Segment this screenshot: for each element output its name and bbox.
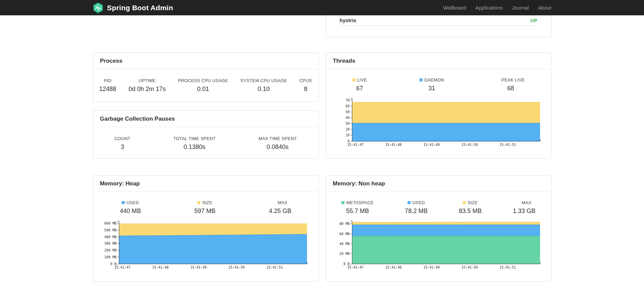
heap-legend: USED 440 MB SIZE 597 MB MAX 4 [93, 192, 318, 215]
stat-pid: PID 12488 [99, 78, 116, 93]
process-stats: PID 12488 UPTIME 0d 0h 2m 17s PROCESS CP… [93, 69, 318, 93]
application-status-card: hystrix UP [326, 15, 552, 37]
threads-area-chart: 01020304050607015:41:4715:41:4815:41:491… [333, 96, 545, 148]
stat-gc-total-time: TOTAL TIME SPENT 0.1380s [173, 136, 216, 151]
svg-text:10: 10 [345, 133, 349, 137]
legend-label: SIZE [194, 200, 215, 205]
svg-text:15:41:51: 15:41:51 [499, 265, 516, 269]
svg-text:400 MB: 400 MB [104, 235, 117, 239]
legend-label: USED [120, 200, 141, 205]
legend-value: 83.5 MB [459, 208, 482, 215]
legend-item-max: MAX 1.33 GB [513, 200, 535, 215]
svg-text:100 MB: 100 MB [104, 255, 117, 259]
nav-journal[interactable]: Journal [512, 5, 529, 11]
svg-text:15:41:50: 15:41:50 [461, 265, 478, 269]
gc-card-title: Garbage Collection Pauses [93, 111, 318, 127]
nav-wallboard[interactable]: Wallboard [443, 5, 466, 11]
memory-heap-card: Memory: Heap USED 440 MB SIZE 597 MB [93, 175, 319, 282]
svg-text:300 MB: 300 MB [104, 242, 117, 245]
legend-value: 440 MB [120, 208, 141, 215]
legend-value: 31 [419, 85, 444, 92]
legend-label: DAEMON [419, 77, 444, 82]
nonheap-legend: METASPACE 55.7 MB USED 78.2 MB SIZE [326, 192, 551, 215]
stat-system-cpu-usage: SYSTEM CPU USAGE 0.10 [241, 78, 287, 93]
legend-label: LIVE [352, 77, 367, 82]
svg-text:15:41:51: 15:41:51 [266, 265, 283, 269]
application-status-badge: UP [531, 18, 537, 23]
process-card-title: Process [93, 53, 318, 69]
process-card: Process PID 12488 UPTIME 0d 0h 2m 17s PR… [93, 52, 319, 102]
legend-value: 68 [497, 85, 525, 92]
used-swatch-icon [122, 201, 125, 204]
stat-uptime: UPTIME 0d 0h 2m 17s [128, 78, 166, 93]
brand-link[interactable]: Spring Boot Admin [93, 2, 173, 13]
legend-value: 4.25 GB [269, 208, 291, 215]
legend-item-peak-live: PEAK LIVE 68 [497, 77, 525, 92]
svg-text:15:41:49: 15:41:49 [423, 143, 440, 147]
stat-gc-max-time: MAX TIME SPENT 0.0840s [258, 136, 296, 151]
heap-chart-wrap: 0 B100 MB200 MB300 MB400 MB500 MB600 MB1… [93, 219, 318, 271]
nav-applications[interactable]: Applications [475, 5, 503, 11]
right-column: hystrix UP Threads LIVE 67 DAEMON [326, 15, 552, 282]
legend-item-size: SIZE 597 MB [194, 200, 215, 215]
stat-label: COUNT [114, 136, 131, 141]
svg-text:15:41:50: 15:41:50 [461, 143, 478, 147]
threads-legend: LIVE 67 DAEMON 31 PEAK LIVE 6 [326, 69, 551, 92]
metaspace-swatch-icon [341, 201, 344, 204]
svg-text:15:41:47: 15:41:47 [347, 143, 363, 147]
svg-text:70: 70 [345, 98, 349, 102]
legend-item-used: USED 78.2 MB [405, 200, 428, 215]
used-swatch-icon [408, 201, 411, 204]
svg-text:60: 60 [345, 104, 349, 108]
legend-value: 67 [352, 85, 367, 92]
svg-text:40 MB: 40 MB [339, 242, 349, 246]
legend-label: SIZE [459, 200, 482, 205]
stat-cpus: CPUS 8 [299, 78, 312, 93]
legend-item-max: MAX 4.25 GB [269, 200, 291, 215]
legend-item-live: LIVE 67 [352, 77, 367, 92]
live-swatch-icon [352, 78, 355, 81]
gc-stats: COUNT 3 TOTAL TIME SPENT 0.1380s MAX TIM… [93, 127, 318, 151]
main-content: Process PID 12488 UPTIME 0d 0h 2m 17s PR… [93, 15, 551, 282]
threads-card: Threads LIVE 67 DAEMON 31 [326, 52, 552, 159]
legend-item-daemon: DAEMON 31 [419, 77, 444, 92]
legend-value: 597 MB [194, 208, 215, 215]
stat-label: PID [99, 78, 116, 83]
svg-text:600 MB: 600 MB [104, 222, 117, 225]
svg-text:30: 30 [345, 122, 349, 125]
nav-links: Wallboard Applications Journal About [443, 5, 551, 11]
left-spacer [93, 15, 319, 52]
application-name: hystrix [340, 17, 356, 23]
legend-value: 55.7 MB [341, 208, 373, 215]
legend-value: 1.33 GB [513, 208, 535, 215]
nav-about[interactable]: About [538, 5, 551, 11]
stat-value: 12488 [99, 86, 116, 93]
heap-area-chart: 0 B100 MB200 MB300 MB400 MB500 MB600 MB1… [100, 219, 312, 271]
svg-text:0 B: 0 B [343, 262, 349, 266]
svg-text:15:41:50: 15:41:50 [228, 265, 245, 269]
svg-text:80 MB: 80 MB [339, 222, 349, 226]
svg-text:50: 50 [345, 110, 349, 114]
svg-text:15:41:48: 15:41:48 [385, 143, 401, 147]
legend-label: PEAK LIVE [497, 77, 525, 82]
stat-process-cpu-usage: PROCESS CPU USAGE 0.01 [178, 78, 228, 93]
svg-text:15:41:48: 15:41:48 [385, 265, 401, 269]
left-column: Process PID 12488 UPTIME 0d 0h 2m 17s PR… [93, 15, 319, 282]
legend-value: 78.2 MB [405, 208, 428, 215]
svg-text:200 MB: 200 MB [104, 248, 117, 252]
memory-nonheap-card-title: Memory: Non heap [326, 176, 551, 192]
legend-label: MAX [513, 200, 535, 205]
spring-boot-admin-logo-icon [93, 2, 104, 13]
stat-value: 0.10 [241, 86, 287, 93]
memory-nonheap-card: Memory: Non heap METASPACE 55.7 MB USED … [326, 175, 552, 282]
svg-text:20: 20 [345, 127, 349, 131]
size-swatch-icon [463, 201, 466, 204]
stat-label: SYSTEM CPU USAGE [241, 78, 287, 83]
application-row-hystrix[interactable]: hystrix UP [340, 15, 538, 26]
nonheap-area-chart: 0 B20 MB40 MB60 MB80 MB15:41:4715:41:481… [333, 219, 545, 271]
threads-card-title: Threads [326, 53, 551, 69]
nonheap-chart-wrap: 0 B20 MB40 MB60 MB80 MB15:41:4715:41:481… [326, 219, 551, 271]
legend-item-size: SIZE 83.5 MB [459, 200, 482, 215]
svg-text:60 MB: 60 MB [339, 232, 349, 236]
brand-title: Spring Boot Admin [107, 4, 173, 12]
